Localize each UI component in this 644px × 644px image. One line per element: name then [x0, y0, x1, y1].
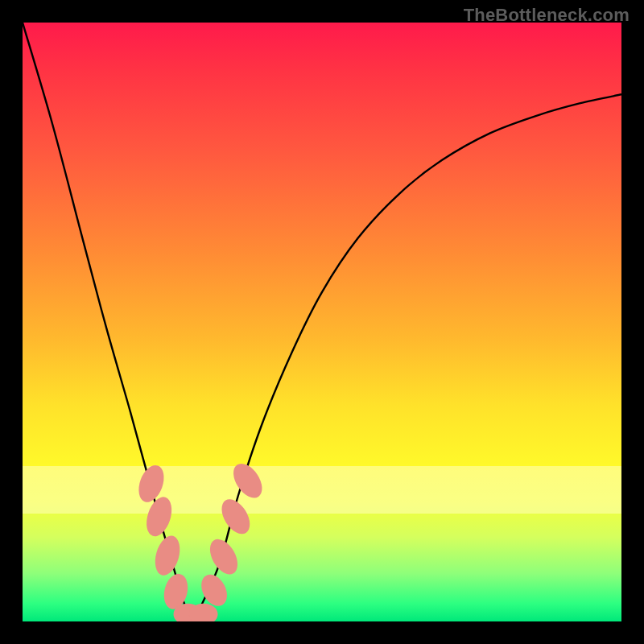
- chart-svg: [23, 23, 621, 621]
- bottleneck-curve-path: [23, 23, 621, 618]
- plot-area: [23, 23, 621, 621]
- chart-frame: TheBottleneck.com: [0, 0, 644, 644]
- bottleneck-curve: [23, 23, 621, 618]
- marker-point: [204, 535, 243, 579]
- highlighted-points: [134, 459, 268, 621]
- marker-point: [151, 533, 184, 578]
